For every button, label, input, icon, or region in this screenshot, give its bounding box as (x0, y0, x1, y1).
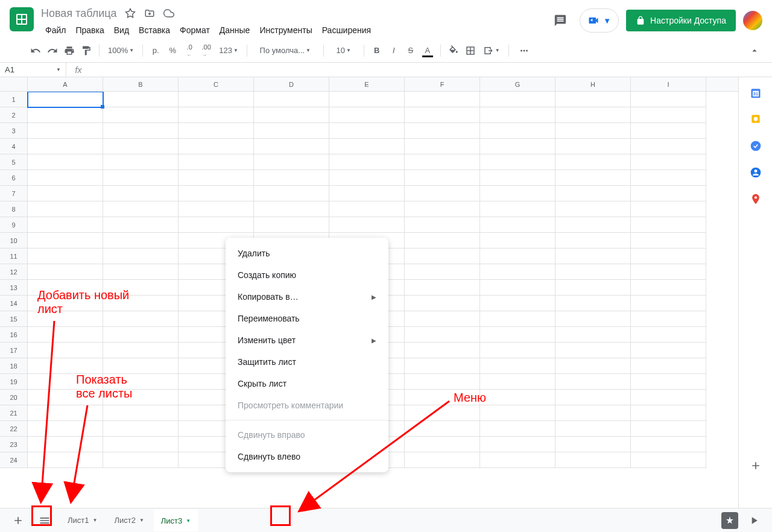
cell[interactable] (405, 139, 480, 154)
cell[interactable] (405, 421, 480, 437)
move-icon[interactable] (144, 7, 156, 19)
cell[interactable] (631, 437, 706, 452)
cell[interactable] (329, 201, 405, 217)
cell[interactable] (405, 123, 480, 139)
column-header[interactable]: D (254, 77, 329, 91)
column-header[interactable]: A (28, 77, 103, 91)
cell[interactable] (254, 107, 329, 123)
menu-file[interactable]: Файл (41, 23, 70, 37)
cell[interactable] (555, 139, 631, 154)
cell[interactable] (405, 107, 480, 123)
cell[interactable] (480, 123, 555, 139)
zoom-select[interactable]: 100%▼ (104, 43, 138, 59)
sheet-bar-scroll-button[interactable] (743, 511, 765, 530)
cell[interactable] (28, 217, 103, 233)
cell[interactable] (28, 123, 103, 139)
cell[interactable] (555, 123, 631, 139)
all-sheets-button[interactable] (34, 511, 55, 530)
document-title[interactable]: Новая таблица (41, 7, 117, 20)
cell[interactable] (480, 107, 555, 123)
cell[interactable] (631, 390, 706, 405)
cell[interactable] (103, 154, 179, 170)
cell[interactable] (480, 437, 555, 452)
cell[interactable] (631, 123, 706, 139)
cell[interactable] (405, 358, 480, 374)
row-header[interactable]: 10 (0, 233, 28, 249)
cell[interactable] (480, 280, 555, 296)
cell[interactable] (405, 296, 480, 311)
cell[interactable] (555, 327, 631, 343)
cell[interactable] (103, 421, 179, 437)
keep-icon[interactable] (750, 113, 762, 125)
row-header[interactable]: 7 (0, 186, 28, 201)
cell[interactable] (28, 358, 103, 374)
cell[interactable] (329, 92, 405, 107)
cell[interactable] (555, 186, 631, 201)
meet-button[interactable]: ▼ (580, 8, 619, 33)
cell[interactable] (631, 186, 706, 201)
cell[interactable] (179, 186, 254, 201)
context-menu-item[interactable]: Скрыть лист (226, 373, 388, 394)
cell[interactable] (555, 405, 631, 421)
cell[interactable] (480, 186, 555, 201)
cell[interactable] (480, 170, 555, 186)
cell[interactable] (28, 452, 103, 468)
cell[interactable] (254, 217, 329, 233)
cell[interactable] (631, 107, 706, 123)
cell[interactable] (329, 123, 405, 139)
comments-button[interactable] (548, 8, 572, 33)
cell[interactable] (631, 249, 706, 264)
cell[interactable] (631, 327, 706, 343)
cell[interactable] (103, 92, 179, 107)
column-header[interactable]: H (555, 77, 631, 91)
row-header[interactable]: 12 (0, 264, 28, 280)
cell[interactable] (103, 280, 179, 296)
cell[interactable] (480, 421, 555, 437)
font-select[interactable]: По умолча...▼ (252, 43, 318, 59)
cell[interactable] (254, 154, 329, 170)
maps-icon[interactable] (750, 193, 762, 205)
print-button[interactable] (62, 43, 77, 59)
cell[interactable] (179, 139, 254, 154)
cell[interactable] (555, 311, 631, 327)
cell[interactable] (480, 92, 555, 107)
cell[interactable] (179, 92, 254, 107)
cell[interactable] (555, 201, 631, 217)
column-header[interactable]: B (103, 77, 179, 91)
cell[interactable] (103, 405, 179, 421)
context-menu-item[interactable]: Защитить лист (226, 351, 388, 373)
sheet-tab[interactable]: Лист3▼ (154, 510, 198, 531)
cell[interactable] (480, 327, 555, 343)
row-header[interactable]: 17 (0, 343, 28, 358)
calendar-icon[interactable]: 31 (750, 87, 762, 99)
row-header[interactable]: 20 (0, 390, 28, 405)
row-header[interactable]: 1 (0, 92, 28, 107)
cell[interactable] (631, 201, 706, 217)
cell[interactable] (103, 296, 179, 311)
sheets-logo[interactable] (10, 7, 34, 31)
cell[interactable] (28, 327, 103, 343)
cell[interactable] (103, 358, 179, 374)
row-header[interactable]: 23 (0, 437, 28, 452)
cell[interactable] (480, 374, 555, 390)
cell[interactable] (480, 358, 555, 374)
cell[interactable] (631, 139, 706, 154)
add-panel-icon[interactable] (750, 460, 762, 472)
cell[interactable] (631, 264, 706, 280)
cell[interactable] (254, 186, 329, 201)
cell[interactable] (555, 343, 631, 358)
cell[interactable] (405, 186, 480, 201)
cell[interactable] (555, 249, 631, 264)
cell[interactable] (480, 249, 555, 264)
cell[interactable] (555, 390, 631, 405)
cell[interactable] (28, 107, 103, 123)
cell[interactable] (28, 233, 103, 249)
cell[interactable] (179, 217, 254, 233)
cell[interactable] (480, 139, 555, 154)
cell[interactable] (28, 170, 103, 186)
cell[interactable] (555, 154, 631, 170)
cell[interactable] (103, 139, 179, 154)
cell[interactable] (28, 405, 103, 421)
cell[interactable] (179, 154, 254, 170)
select-all-corner[interactable] (0, 77, 28, 91)
